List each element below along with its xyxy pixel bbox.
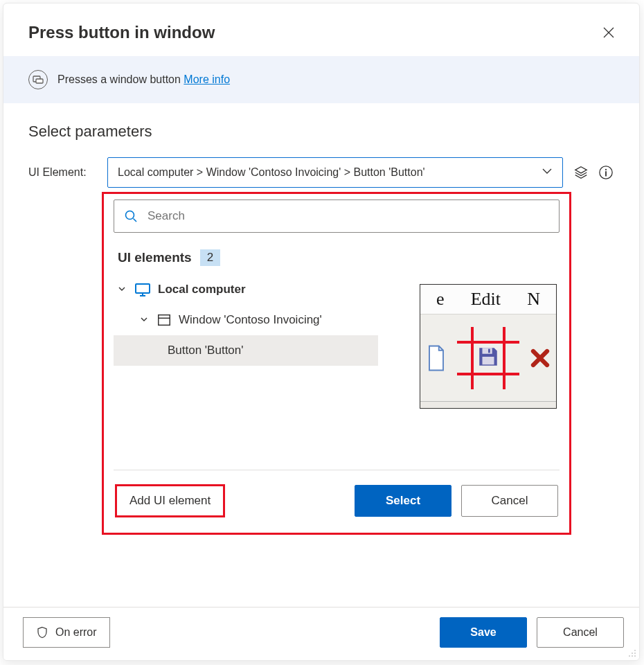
preview-menu-fragment: N — [527, 289, 540, 310]
dialog-window: Press button in window Presses a window … — [3, 3, 640, 661]
info-icon — [598, 165, 614, 180]
info-button[interactable] — [598, 164, 614, 181]
info-text: Presses a window button More info — [57, 73, 230, 86]
svg-point-5 — [126, 211, 134, 220]
ui-element-row: UI Element: Local computer > Window 'Con… — [28, 157, 614, 188]
svg-rect-13 — [488, 348, 490, 353]
tree-node-button[interactable]: Button 'Button' — [114, 335, 378, 366]
info-description: Presses a window button — [57, 73, 181, 85]
search-input[interactable] — [146, 209, 549, 224]
document-icon — [426, 345, 447, 371]
save-button[interactable]: Save — [440, 617, 527, 648]
action-icon — [28, 70, 48, 89]
close-icon — [603, 27, 614, 38]
add-ui-element-label: Add UI element — [129, 494, 211, 508]
svg-rect-14 — [482, 357, 494, 364]
preview-menu-fragment: e — [436, 289, 445, 310]
dialog-title: Press button in window — [28, 23, 215, 42]
ui-element-select[interactable]: Local computer > Window 'Contoso Invoici… — [107, 157, 563, 188]
parameters-section: Select parameters UI Element: Local comp… — [3, 103, 639, 535]
svg-rect-10 — [159, 315, 170, 326]
delete-icon — [530, 345, 551, 371]
picker-footer: Add UI element Select Cancel — [114, 470, 560, 524]
on-error-button[interactable]: On error — [23, 617, 110, 648]
monitor-icon — [134, 281, 151, 298]
info-bar: Presses a window button More info — [3, 56, 639, 103]
search-icon — [124, 209, 138, 223]
ui-element-value: Local computer > Window 'Contoso Invoici… — [118, 166, 425, 179]
svg-point-15 — [634, 650, 636, 651]
svg-rect-7 — [136, 284, 150, 293]
svg-point-18 — [629, 655, 630, 657]
cancel-picker-button[interactable]: Cancel — [461, 485, 558, 517]
select-label: Select — [386, 494, 420, 508]
preview-menu: e Edit N — [420, 285, 556, 314]
svg-point-3 — [605, 169, 607, 170]
dialog-footer: On error Save Cancel — [3, 607, 639, 660]
shield-icon — [36, 626, 48, 639]
ui-element-label: UI Element: — [28, 166, 98, 179]
chevron-down-icon — [116, 283, 127, 296]
title-bar: Press button in window — [3, 3, 639, 56]
svg-point-16 — [632, 653, 633, 654]
close-button[interactable] — [598, 21, 620, 44]
preview-menu-edit: Edit — [471, 289, 501, 310]
more-info-link[interactable]: More info — [184, 73, 230, 85]
resize-grip-icon[interactable] — [627, 648, 636, 657]
ui-elements-label: UI elements — [118, 250, 192, 265]
ui-elements-header: UI elements 2 — [118, 249, 560, 266]
window-icon — [156, 312, 172, 328]
save-label: Save — [470, 626, 496, 639]
ui-element-picker: UI elements 2 Local computer Window 'Con… — [102, 192, 571, 535]
cancel-button[interactable]: Cancel — [537, 617, 624, 648]
svg-point-19 — [632, 655, 633, 657]
save-icon — [476, 345, 500, 369]
element-preview: e Edit N — [420, 284, 557, 409]
select-button[interactable]: Select — [355, 485, 451, 517]
add-ui-element-button[interactable]: Add UI element — [115, 484, 225, 517]
chevron-down-icon — [138, 313, 150, 327]
search-field[interactable] — [114, 200, 560, 233]
svg-point-17 — [634, 653, 636, 654]
tree-node-label: Window 'Contoso Invoicing' — [179, 313, 322, 327]
on-error-label: On error — [55, 626, 97, 639]
preview-highlight — [457, 327, 519, 389]
layers-button[interactable] — [573, 164, 589, 181]
ui-elements-count: 2 — [200, 249, 220, 266]
chevron-down-icon — [542, 166, 553, 179]
row-actions — [573, 164, 614, 181]
svg-rect-12 — [482, 348, 492, 354]
cancel-label: Cancel — [563, 626, 598, 639]
svg-point-20 — [634, 655, 636, 657]
tree-node-label: Local computer — [158, 283, 246, 296]
preview-toolbar — [420, 314, 556, 401]
cancel-label: Cancel — [492, 494, 528, 508]
svg-line-6 — [134, 219, 137, 222]
svg-rect-4 — [605, 171, 607, 176]
layers-icon — [573, 165, 589, 180]
section-title: Select parameters — [28, 123, 614, 141]
svg-rect-1 — [36, 79, 43, 83]
press-button-icon — [33, 74, 44, 85]
tree-node-label: Button 'Button' — [168, 344, 244, 357]
